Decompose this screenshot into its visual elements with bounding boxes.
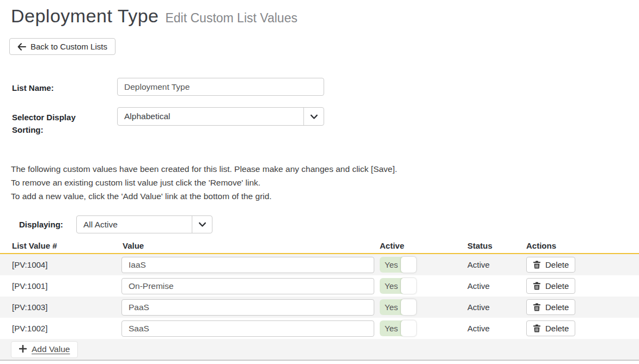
delete-button[interactable]: Delete — [526, 320, 575, 336]
instructions-line-3: To add a new value, click the 'Add Value… — [11, 189, 639, 203]
sorting-select[interactable]: Alphabetical — [117, 107, 324, 126]
header-actions: Actions — [525, 241, 639, 250]
toggle-knob — [401, 257, 416, 273]
value-input[interactable] — [121, 278, 374, 294]
trash-icon — [533, 261, 541, 269]
trash-icon — [533, 303, 541, 311]
actions-cell: Delete — [525, 320, 639, 336]
delete-button[interactable]: Delete — [526, 257, 575, 273]
delete-button-label: Delete — [545, 303, 569, 312]
page-header: Deployment Type Edit Custom List Values — [11, 5, 639, 27]
displaying-select[interactable]: All Active — [76, 215, 212, 233]
toggle-label: Yes — [385, 303, 398, 312]
sorting-label: Selector Display Sorting: — [0, 107, 117, 136]
list-name-label: List Name: — [0, 78, 117, 94]
sorting-selected-value: Alphabetical — [118, 108, 303, 125]
chevron-down-icon — [303, 108, 324, 125]
trash-icon — [533, 282, 541, 290]
toggle-label: Yes — [385, 324, 398, 333]
list-properties-form: List Name: Selector Display Sorting: Alp… — [0, 78, 639, 136]
actions-cell: Delete — [525, 299, 639, 315]
custom-values-grid: List Value # Value Active Status Actions… — [0, 241, 639, 361]
status-text: Active — [467, 303, 525, 312]
active-toggle[interactable]: Yes — [380, 299, 416, 315]
page-title: Deployment Type — [11, 5, 159, 27]
list-name-input[interactable] — [117, 78, 324, 96]
header-status: Status — [467, 241, 525, 250]
instructions-line-1: The following custom values have been cr… — [11, 162, 639, 176]
instructions-text: The following custom values have been cr… — [11, 162, 639, 203]
list-value-id: [PV:1001] — [0, 281, 121, 291]
toggle-knob — [401, 299, 416, 315]
status-text: Active — [467, 260, 525, 269]
actions-cell: Delete — [525, 278, 639, 294]
list-value-id: [PV:1003] — [0, 303, 121, 312]
table-row: [PV:1004] Yes Active Delete — [0, 254, 639, 275]
arrow-left-icon — [17, 43, 26, 51]
add-value-button[interactable]: Add Value — [11, 341, 78, 358]
delete-button[interactable]: Delete — [526, 299, 575, 315]
value-cell — [121, 299, 380, 316]
grid-footer-row: Add Value — [0, 339, 639, 361]
active-cell: Yes — [380, 278, 467, 294]
list-name-row: List Name: — [0, 78, 639, 96]
active-toggle[interactable]: Yes — [380, 320, 416, 336]
value-cell — [121, 320, 380, 337]
toggle-label: Yes — [385, 260, 398, 269]
header-value: Value — [121, 241, 380, 250]
table-row: [PV:1003] Yes Active Delete — [0, 297, 639, 318]
toggle-label: Yes — [385, 281, 398, 291]
delete-button-label: Delete — [545, 260, 569, 269]
table-row: [PV:1002] Yes Active Delete — [0, 318, 639, 339]
value-cell — [121, 278, 380, 294]
value-input[interactable] — [121, 299, 374, 316]
instructions-line-2: To remove an existing custom list value … — [11, 176, 639, 189]
toggle-knob — [401, 278, 416, 294]
actions-cell: Delete — [525, 257, 639, 273]
displaying-selected-value: All Active — [77, 216, 192, 233]
status-text: Active — [467, 324, 525, 333]
displaying-label: Displaying: — [0, 220, 76, 229]
active-toggle[interactable]: Yes — [380, 257, 416, 273]
delete-button[interactable]: Delete — [526, 278, 575, 294]
active-cell: Yes — [380, 299, 467, 315]
list-value-id: [PV:1002] — [0, 324, 121, 333]
value-input[interactable] — [121, 320, 374, 337]
add-value-label: Add Value — [32, 344, 70, 354]
page-subtitle: Edit Custom List Values — [165, 11, 297, 26]
trash-icon — [533, 324, 541, 332]
chevron-down-icon — [192, 216, 212, 233]
plus-icon — [19, 345, 27, 354]
displaying-filter-row: Displaying: All Active — [0, 215, 639, 233]
sorting-row: Selector Display Sorting: Alphabetical — [0, 107, 639, 136]
back-button-label: Back to Custom Lists — [31, 42, 107, 51]
table-row: [PV:1001] Yes Active Delete — [0, 275, 639, 297]
active-cell: Yes — [380, 320, 467, 336]
value-input[interactable] — [121, 257, 374, 273]
active-toggle[interactable]: Yes — [380, 278, 416, 294]
edit-custom-list-page: Deployment Type Edit Custom List Values … — [0, 5, 639, 361]
active-cell: Yes — [380, 257, 467, 273]
list-value-id: [PV:1004] — [0, 260, 121, 269]
back-to-custom-lists-button[interactable]: Back to Custom Lists — [9, 38, 115, 55]
header-list-value-id: List Value # — [0, 241, 121, 250]
grid-header-row: List Value # Value Active Status Actions — [0, 241, 639, 254]
status-text: Active — [467, 281, 525, 291]
delete-button-label: Delete — [545, 324, 569, 333]
delete-button-label: Delete — [545, 281, 569, 291]
value-cell — [121, 257, 380, 273]
toggle-knob — [401, 320, 416, 336]
header-active: Active — [380, 241, 467, 250]
